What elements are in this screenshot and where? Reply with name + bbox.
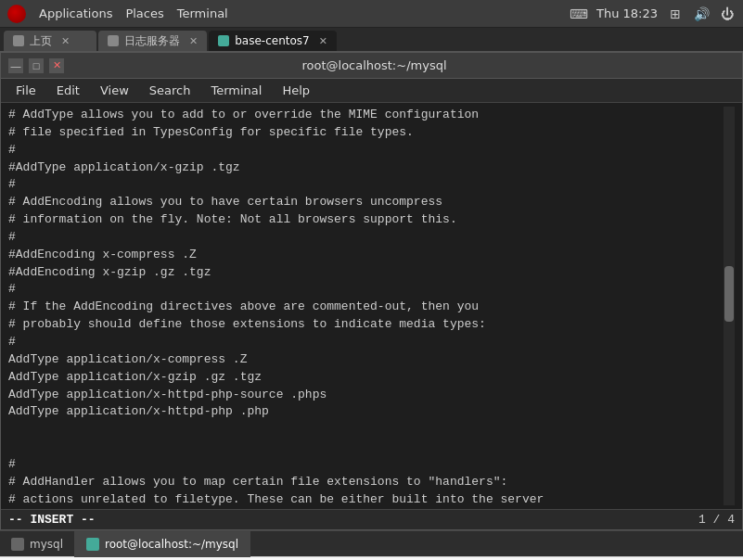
- network-icon: ⌨: [570, 6, 587, 22]
- taskbar-icon-terminal: [86, 538, 99, 551]
- window-controls: — □ ✕: [8, 58, 64, 73]
- terminal-text: # AddType allows you to add to or overri…: [8, 107, 724, 505]
- menu-search[interactable]: Search: [142, 82, 199, 99]
- scrollbar-thumb[interactable]: [724, 266, 734, 322]
- menu-help[interactable]: Help: [275, 82, 317, 99]
- vim-mode-indicator: -- INSERT --: [8, 513, 96, 527]
- terminal-titlebar: — □ ✕ root@localhost:~/mysql: [1, 53, 742, 79]
- network-status-icon: ⊞: [667, 6, 684, 22]
- scrollbar[interactable]: [724, 107, 735, 505]
- notification-bar: 要将输入定向到该虚拟机，请将鼠标指针移入其中或按 Ctrl+G。 CSDN @内…: [0, 556, 743, 560]
- vim-position: 1 / 4: [698, 513, 735, 527]
- tab-shangye[interactable]: 上页 ✕: [4, 31, 96, 51]
- menu-terminal[interactable]: Terminal: [203, 82, 269, 99]
- minimize-button[interactable]: —: [8, 58, 23, 73]
- close-button[interactable]: ✕: [49, 58, 64, 73]
- terminal-status-bar: -- INSERT -- 1 / 4: [1, 509, 742, 529]
- tab-icon-1: [13, 35, 24, 46]
- tab-logserver[interactable]: 日志服务器 ✕: [98, 31, 207, 51]
- tab-close-1[interactable]: ✕: [61, 35, 70, 47]
- volume-icon: 🔊: [693, 6, 710, 22]
- menu-file[interactable]: File: [8, 82, 44, 99]
- terminal-content[interactable]: # AddType allows you to add to or overri…: [1, 103, 742, 509]
- tab-close-2[interactable]: ✕: [189, 35, 198, 47]
- power-icon: ⏻: [719, 6, 736, 22]
- places-menu[interactable]: Places: [125, 6, 163, 20]
- terminal-menu[interactable]: Terminal: [177, 6, 228, 20]
- tab-label-2: 日志服务器: [124, 33, 180, 49]
- system-bar: Applications Places Terminal ⌨ Thu 18:23…: [0, 0, 743, 28]
- taskbar-icon-mysql: [11, 538, 24, 551]
- system-bar-left: Applications Places Terminal: [7, 5, 556, 23]
- tab-label-3: base-centos7: [235, 34, 309, 47]
- menu-view[interactable]: View: [93, 82, 136, 99]
- tab-label-1: 上页: [30, 33, 52, 49]
- terminal-title: root@localhost:~/mysql: [64, 58, 685, 72]
- menu-edit[interactable]: Edit: [49, 82, 87, 99]
- applications-menu[interactable]: Applications: [39, 6, 112, 20]
- terminal-window: — □ ✕ root@localhost:~/mysql File Edit V…: [0, 52, 743, 530]
- system-clock: Thu 18:23: [596, 6, 658, 20]
- taskbar-item-mysql[interactable]: mysql: [0, 531, 75, 557]
- taskbar: mysql root@localhost:~/mysql: [0, 530, 743, 556]
- fedora-icon: [7, 5, 26, 23]
- tab-close-3[interactable]: ✕: [319, 35, 327, 47]
- browser-tabs: 上页 ✕ 日志服务器 ✕ base-centos7 ✕: [0, 28, 743, 52]
- maximize-button[interactable]: □: [29, 58, 44, 73]
- tab-icon-3: [218, 35, 229, 46]
- menu-bar: File Edit View Search Terminal Help: [1, 79, 742, 103]
- tab-icon-2: [108, 35, 119, 46]
- system-bar-right: ⌨ Thu 18:23 ⊞ 🔊 ⏻: [570, 6, 736, 22]
- tab-basecentos[interactable]: base-centos7 ✕: [209, 31, 337, 51]
- taskbar-label-mysql: mysql: [30, 538, 63, 551]
- taskbar-item-terminal[interactable]: root@localhost:~/mysql: [75, 531, 250, 557]
- taskbar-label-terminal: root@localhost:~/mysql: [105, 538, 238, 551]
